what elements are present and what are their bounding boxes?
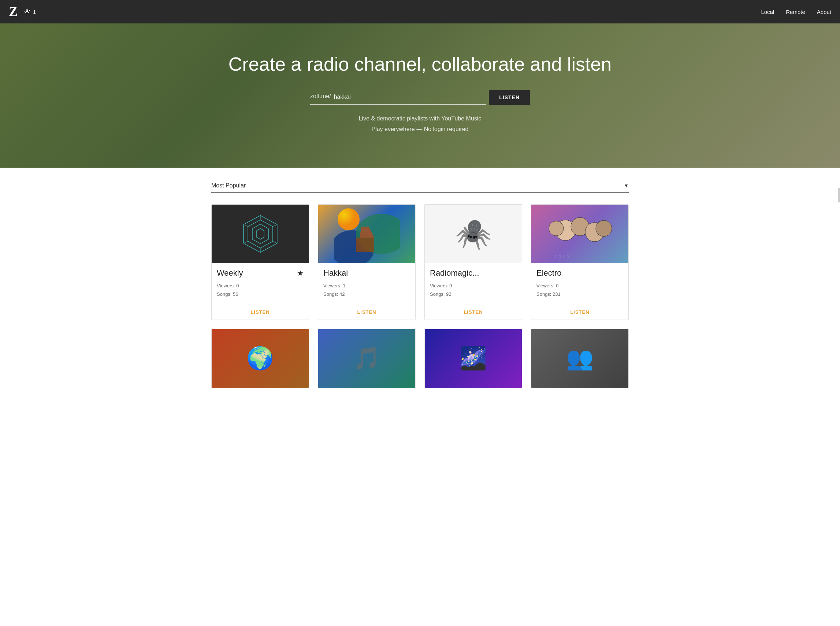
card-electro-title-row: Electro (536, 268, 623, 278)
card-electro-image: ♪ ♫ ♪ ♫ (531, 205, 628, 263)
channel-name-input[interactable] (331, 90, 486, 105)
card-radiomagic-viewers: Viewers: 0 (430, 282, 517, 290)
card-hakkai-listen-button[interactable]: LISTEN (357, 309, 376, 315)
card-electro-listen-button[interactable]: LISTEN (570, 309, 589, 315)
header: Z 👁 1 Local Remote About (0, 0, 840, 23)
card-7: 🌌 (425, 329, 522, 388)
planet-icon: 🌍 (246, 345, 274, 371)
filter-arrow-icon: ▼ (624, 183, 629, 189)
svg-line-6 (273, 241, 277, 243)
hero-section: Create a radio channel, collaborate and … (0, 23, 840, 167)
channel-input-row: zoff.me/ LISTEN (310, 90, 530, 105)
svg-marker-0 (243, 216, 277, 253)
card-radiomagic-listen-button[interactable]: LISTEN (464, 309, 483, 315)
card-weekly-title-row: Weekly ★ (217, 268, 304, 278)
svg-point-12 (338, 208, 360, 230)
card-weekly-image (212, 205, 309, 263)
hero-subtitle: Live & democratic playlists with YouTube… (7, 113, 833, 135)
crowd-icon: 👥 (566, 345, 594, 371)
card-7-image: 🌌 (425, 329, 522, 388)
person-icon: 🎵 (353, 345, 381, 371)
eye-icon: 👁 (24, 8, 31, 16)
card-weekly-songs: Songs: 56 (217, 290, 304, 298)
card-6-image: 🎵 (318, 329, 415, 388)
viewer-count: 1 (33, 9, 36, 15)
card-5-image: 🌍 (212, 329, 309, 388)
svg-point-18 (596, 221, 612, 236)
viewers-count-display: 👁 1 (24, 8, 36, 16)
card-hakkai: Hakkai Viewers: 1 Songs: 42 LISTEN (318, 204, 415, 320)
card-electro-songs: Songs: 231 (536, 290, 623, 298)
cards-grid-row1: Weekly ★ Viewers: 0 Songs: 56 LISTEN (211, 204, 629, 320)
card-radiomagic-songs: Songs: 92 (430, 290, 517, 298)
filter-row[interactable]: Most Popular ▼ (211, 182, 629, 192)
card-weekly: Weekly ★ Viewers: 0 Songs: 56 LISTEN (211, 204, 309, 320)
card-radiomagic-image: 🕷️ (425, 205, 522, 263)
card-electro-viewers: Viewers: 0 (536, 282, 623, 290)
card-electro-stats: Viewers: 0 Songs: 231 (536, 282, 623, 299)
card-electro-footer: LISTEN (531, 304, 628, 319)
card-electro-title: Electro (536, 268, 561, 278)
svg-rect-13 (356, 238, 374, 252)
card-electro: ♪ ♫ ♪ ♫ Electro Viewers: 0 Songs: 231 LI… (531, 204, 629, 320)
main-content: Most Popular ▼ (204, 167, 636, 404)
filter-label: Most Popular (211, 182, 624, 189)
nav-remote[interactable]: Remote (786, 9, 805, 15)
nav-local[interactable]: Local (761, 9, 774, 15)
header-nav: Local Remote About (761, 9, 831, 15)
card-radiomagic-stats: Viewers: 0 Songs: 92 (430, 282, 517, 299)
card-hakkai-title: Hakkai (323, 268, 348, 278)
url-prefix: zoff.me/ (310, 90, 331, 105)
card-hakkai-songs: Songs: 42 (323, 290, 410, 298)
card-6: 🎵 (318, 329, 415, 388)
logo[interactable]: Z (9, 4, 17, 19)
card-8-image: 👥 (531, 329, 628, 388)
card-radiomagic-title-row: Radiomagic... (430, 268, 517, 278)
svg-marker-3 (256, 228, 264, 239)
card-weekly-body: Weekly ★ Viewers: 0 Songs: 56 (212, 263, 309, 299)
card-radiomagic-body: Radiomagic... Viewers: 0 Songs: 92 (425, 263, 522, 299)
svg-line-9 (243, 224, 248, 227)
svg-line-5 (273, 224, 277, 227)
card-weekly-footer: LISTEN (212, 304, 309, 319)
svg-marker-2 (252, 224, 268, 243)
cards-grid-row2: 🌍 🎵 🌌 👥 (211, 329, 629, 388)
card-hakkai-title-row: Hakkai (323, 268, 410, 278)
hero-subtitle-line1: Live & democratic playlists with YouTube… (7, 113, 833, 124)
hero-listen-button[interactable]: LISTEN (489, 90, 530, 105)
card-weekly-title: Weekly (217, 268, 243, 278)
svg-line-8 (243, 241, 248, 243)
card-radiomagic-title: Radiomagic... (430, 268, 479, 278)
card-radiomagic-footer: LISTEN (425, 304, 522, 319)
nav-about[interactable]: About (817, 9, 831, 15)
card-hakkai-stats: Viewers: 1 Songs: 42 (323, 282, 410, 299)
card-weekly-listen-button[interactable]: LISTEN (251, 309, 270, 315)
card-hakkai-image (318, 205, 415, 263)
card-8: 👥 (531, 329, 629, 388)
hero-headline: Create a radio channel, collaborate and … (7, 53, 833, 75)
svg-point-19 (549, 221, 564, 236)
card-5: 🌍 (211, 329, 309, 388)
spiderman-icon: 🕷️ (455, 217, 492, 251)
card-electro-body: Electro Viewers: 0 Songs: 231 (531, 263, 628, 299)
card-weekly-stats: Viewers: 0 Songs: 56 (217, 282, 304, 299)
card-hakkai-body: Hakkai Viewers: 1 Songs: 42 (318, 263, 415, 299)
space-icon: 🌌 (459, 345, 487, 371)
star-icon[interactable]: ★ (297, 269, 304, 277)
card-hakkai-viewers: Viewers: 1 (323, 282, 410, 290)
card-hakkai-footer: LISTEN (318, 304, 415, 319)
scrollbar[interactable] (838, 188, 840, 202)
card-radiomagic: 🕷️ Radiomagic... Viewers: 0 Songs: 92 LI… (425, 204, 522, 320)
card-weekly-viewers: Viewers: 0 (217, 282, 304, 290)
svg-text:♪ ♫ ♪ ♫: ♪ ♫ ♪ ♫ (555, 254, 569, 259)
hero-subtitle-line2: Play everywhere — No login required (7, 124, 833, 135)
